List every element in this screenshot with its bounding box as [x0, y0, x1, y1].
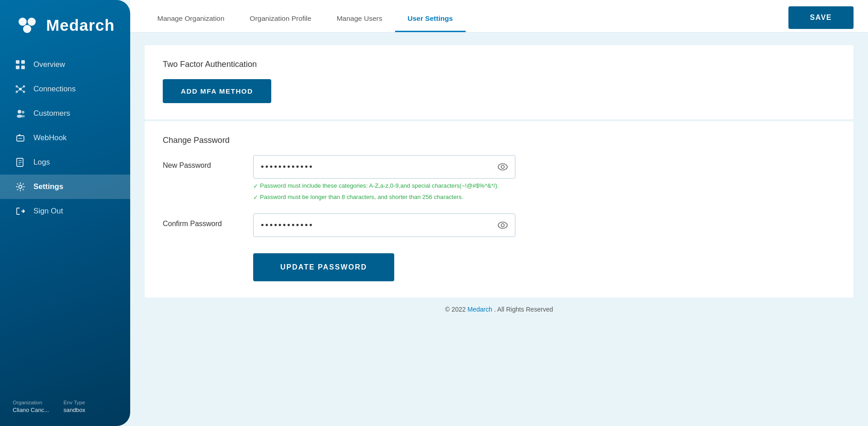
- new-password-label: New Password: [163, 155, 253, 170]
- tab-manage-organization[interactable]: Manage Organization: [145, 5, 237, 32]
- change-password-section: Change Password New Password: [145, 121, 854, 298]
- svg-rect-4: [21, 60, 25, 64]
- sidebar-item-overview[interactable]: Overview: [0, 52, 130, 77]
- sidebar-footer: Organization Cliano Canc... Env Type san…: [0, 392, 130, 426]
- svg-point-29: [498, 164, 507, 170]
- update-password-button[interactable]: UPDATE PASSWORD: [253, 253, 394, 281]
- confirm-password-label: Confirm Password: [163, 213, 253, 228]
- sidebar-nav: Overview Connections: [0, 47, 130, 392]
- tabs-bar: Manage Organization Organization Profile…: [130, 0, 868, 33]
- sidebar-item-label-overview: Overview: [33, 60, 65, 69]
- svg-point-32: [501, 223, 505, 227]
- customers-icon: [14, 108, 26, 119]
- confirm-password-input-container: [253, 213, 515, 237]
- sidebar: Medarch Overview: [0, 0, 130, 426]
- org-value: Cliano Canc...: [13, 407, 49, 413]
- confirm-password-wrap: [253, 213, 515, 237]
- grid-icon: [14, 59, 26, 71]
- svg-point-1: [28, 18, 36, 26]
- main-content: Manage Organization Organization Profile…: [130, 0, 868, 426]
- logs-icon: [14, 156, 26, 168]
- svg-rect-3: [16, 60, 19, 64]
- mfa-section: Two Factor Authentication ADD MFA METHOD: [145, 45, 854, 119]
- svg-point-0: [19, 18, 27, 26]
- password-hint-2: Password must be longer than 8 character…: [260, 193, 463, 202]
- logo-area: Medarch: [0, 0, 130, 47]
- password-hints: ✓ Password must include these categories…: [253, 181, 515, 203]
- svg-line-14: [17, 89, 20, 92]
- svg-rect-6: [21, 66, 25, 69]
- new-password-toggle-icon[interactable]: [491, 163, 515, 170]
- svg-point-16: [18, 110, 21, 114]
- svg-point-18: [22, 111, 24, 114]
- sidebar-item-signout[interactable]: Sign Out: [0, 199, 130, 223]
- sidebar-item-label-customers: Customers: [33, 109, 70, 118]
- tab-user-settings[interactable]: User Settings: [395, 5, 466, 32]
- org-label: Organization: [13, 400, 49, 405]
- svg-line-15: [20, 89, 24, 92]
- new-password-input[interactable]: [254, 156, 491, 178]
- sidebar-item-logs[interactable]: Logs: [0, 150, 130, 175]
- webhook-icon: [14, 132, 26, 144]
- sidebar-item-label-connections: Connections: [33, 85, 75, 94]
- page-footer: © 2022 Medarch . All Rights Reserved: [145, 298, 854, 321]
- mfa-section-title: Two Factor Authentication: [163, 60, 835, 69]
- svg-rect-21: [19, 134, 20, 136]
- new-password-wrap: ✓ Password must include these categories…: [253, 155, 515, 203]
- sidebar-item-customers[interactable]: Customers: [0, 101, 130, 126]
- svg-point-2: [23, 25, 31, 33]
- password-hint-1: Password must include these categories: …: [260, 181, 499, 190]
- env-label: Env Type: [63, 400, 85, 405]
- logo-icon: [14, 14, 40, 36]
- footer-suffix: . All Rights Reserved: [494, 306, 553, 313]
- save-button[interactable]: SAVE: [788, 6, 854, 29]
- svg-point-27: [19, 185, 22, 189]
- sidebar-item-settings[interactable]: Settings: [0, 175, 130, 199]
- sidebar-item-label-logs: Logs: [33, 158, 50, 167]
- svg-line-12: [17, 86, 20, 89]
- sidebar-item-label-signout: Sign Out: [33, 207, 63, 216]
- tab-manage-users[interactable]: Manage Users: [324, 5, 395, 32]
- sidebar-item-label-settings: Settings: [33, 182, 63, 191]
- svg-point-19: [21, 115, 25, 118]
- sidebar-item-connections[interactable]: Connections: [0, 77, 130, 101]
- sidebar-item-label-webhook: WebHook: [33, 133, 66, 142]
- svg-point-31: [498, 222, 507, 228]
- new-password-row: New Password ✓: [163, 155, 835, 203]
- change-password-title: Change Password: [163, 136, 835, 145]
- logo-text: Medarch: [46, 16, 115, 34]
- svg-point-30: [501, 166, 505, 169]
- footer-copyright: © 2022: [445, 306, 466, 313]
- footer-brand-link[interactable]: Medarch: [467, 306, 492, 313]
- new-password-input-container: [253, 155, 515, 179]
- sidebar-item-webhook[interactable]: WebHook: [0, 126, 130, 150]
- tab-organization-profile[interactable]: Organization Profile: [237, 5, 324, 32]
- svg-rect-5: [16, 66, 19, 69]
- content-area: Two Factor Authentication ADD MFA METHOD…: [130, 33, 868, 426]
- signout-icon: [14, 205, 26, 217]
- confirm-password-toggle-icon[interactable]: [491, 222, 515, 229]
- add-mfa-button[interactable]: ADD MFA METHOD: [163, 79, 271, 103]
- confirm-password-row: Confirm Password: [163, 213, 835, 237]
- settings-icon: [14, 181, 26, 193]
- svg-line-13: [20, 86, 24, 89]
- confirm-password-input[interactable]: [254, 214, 491, 237]
- env-value: sandbox: [63, 407, 85, 413]
- connections-icon: [14, 83, 26, 95]
